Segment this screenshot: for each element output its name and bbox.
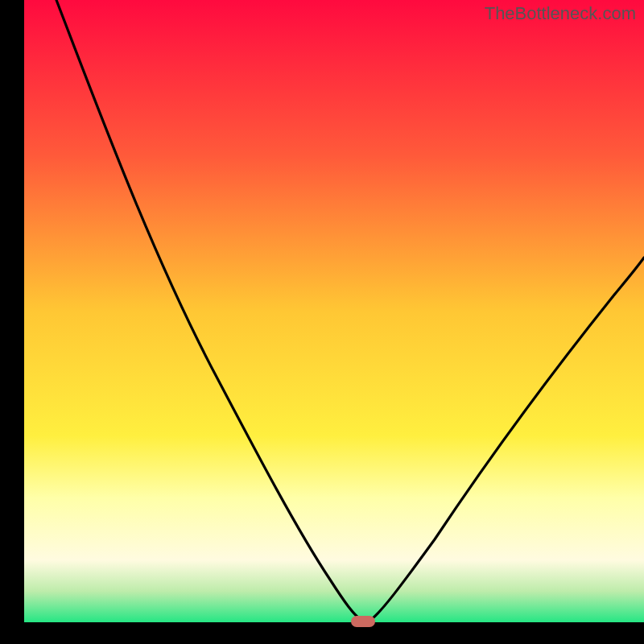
chart-container: TheBottleneck.com bbox=[0, 0, 644, 644]
bottleneck-chart bbox=[0, 0, 644, 644]
frame-bottom bbox=[0, 622, 644, 644]
optimal-marker bbox=[351, 616, 375, 627]
frame-left bbox=[0, 0, 24, 644]
watermark-text: TheBottleneck.com bbox=[485, 3, 636, 24]
plot-background bbox=[24, 0, 644, 622]
